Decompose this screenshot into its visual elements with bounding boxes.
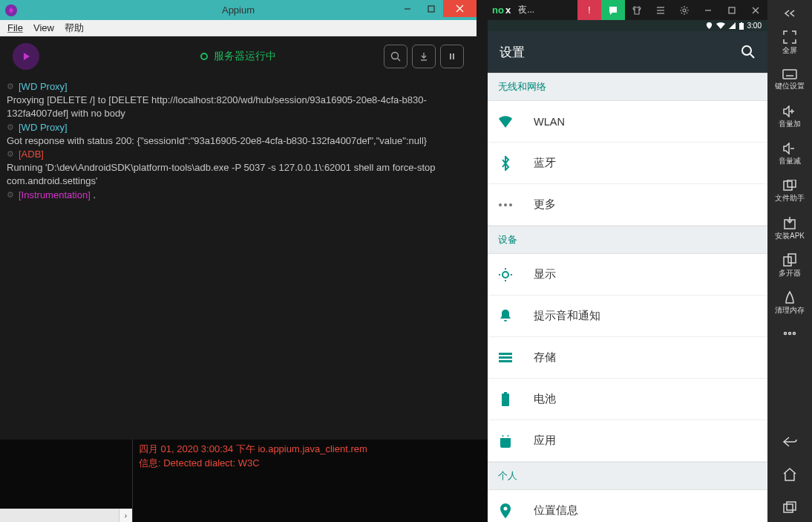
svg-rect-32: [499, 353, 512, 355]
log-text: Proxying [DELETE /] to [DELETE http://lo…: [7, 94, 470, 120]
horizontal-scrollbar[interactable]: ›: [0, 509, 132, 522]
log-tag: [Instrumentation]: [19, 189, 91, 202]
appium-titlebar[interactable]: Appium: [0, 0, 477, 20]
nox-minimize-button[interactable]: [696, 0, 720, 20]
toolbar-controls: [384, 45, 464, 68]
statusbar-time: 3:00: [747, 22, 762, 30]
download-log-button[interactable]: [412, 45, 436, 68]
svg-rect-36: [504, 392, 507, 394]
menu-help[interactable]: 帮助: [65, 22, 84, 35]
search-icon[interactable]: [741, 45, 756, 59]
svg-point-39: [504, 506, 508, 510]
section-device: 设备: [488, 226, 767, 254]
close-button[interactable]: [443, 0, 477, 17]
menu-view[interactable]: View: [33, 22, 54, 33]
appium-logo-icon: [3, 2, 19, 19]
side-fullscreen[interactable]: 全屏: [771, 25, 808, 61]
console-output[interactable]: 四月 01, 2020 3:00:34 下午 io.appium.java_cl…: [133, 440, 488, 522]
pause-log-button[interactable]: [440, 45, 464, 68]
nox-close-button[interactable]: [744, 0, 767, 20]
item-label: 应用: [534, 434, 556, 448]
shirt-icon[interactable]: [625, 0, 649, 20]
svg-rect-58: [784, 504, 793, 512]
svg-rect-17: [729, 7, 735, 13]
search-log-button[interactable]: [384, 45, 407, 68]
server-status: 服务器运行中: [200, 50, 276, 63]
item-more[interactable]: 更多: [488, 184, 767, 226]
minimize-button[interactable]: [396, 0, 419, 17]
side-collapse[interactable]: [771, 3, 808, 24]
status-dot-icon: [200, 53, 208, 60]
appium-toolbar: 服务器运行中: [7, 43, 470, 70]
android-recent[interactable]: [771, 492, 808, 522]
item-wlan[interactable]: WLAN: [488, 101, 767, 143]
section-wireless: 无线和网络: [488, 73, 767, 101]
item-label: 更多: [534, 198, 556, 212]
side-volume-up[interactable]: 音量加: [771, 99, 808, 135]
alert-icon[interactable]: !: [577, 0, 601, 20]
item-location[interactable]: 位置信息: [488, 490, 767, 522]
side-cleanmem[interactable]: 清理内存: [771, 285, 808, 321]
android-back[interactable]: [771, 427, 808, 457]
android-appbar: 设置: [488, 31, 767, 73]
item-apps[interactable]: 应用: [488, 420, 767, 462]
nox-titlebar[interactable]: nox 夜... !: [488, 0, 767, 20]
log-tag: [WD Proxy]: [19, 80, 68, 94]
item-storage[interactable]: 存储: [488, 337, 767, 379]
item-display[interactable]: 显示: [488, 254, 767, 296]
svg-point-37: [502, 435, 504, 437]
menu-icon[interactable]: [649, 0, 672, 20]
display-icon: [498, 267, 513, 282]
svg-marker-5: [24, 53, 30, 60]
svg-rect-20: [739, 23, 744, 30]
svg-point-57: [793, 333, 796, 335]
nox-sidebar: 全屏 键位设置 音量加 音量减 文件助手 安装APK 多开器 清理内存: [767, 0, 812, 522]
appium-log[interactable]: ⚙[WD Proxy] Proxying [DELETE /] to [DELE…: [7, 80, 470, 433]
side-volume-down[interactable]: 音量减: [771, 137, 808, 172]
svg-rect-33: [499, 356, 512, 359]
log-tag: [WD Proxy]: [19, 121, 68, 134]
svg-rect-59: [787, 502, 796, 510]
scroll-right-button[interactable]: ›: [119, 509, 132, 522]
settings-icon[interactable]: [672, 0, 696, 20]
item-label: 电池: [534, 392, 556, 406]
appium-window: Appium File View 帮助 服务器运行中 ⚙[: [0, 0, 477, 440]
location-icon: [498, 503, 513, 518]
svg-rect-34: [499, 360, 512, 362]
side-filehelper[interactable]: 文件助手: [771, 174, 808, 209]
svg-point-25: [504, 203, 507, 206]
section-personal: 个人: [488, 462, 767, 490]
nox-maximize-button[interactable]: [720, 0, 744, 20]
item-label: 存储: [534, 350, 556, 365]
settings-list[interactable]: 无线和网络 WLAN 蓝牙 更多 设备 显示 提示音和通知: [488, 73, 767, 522]
bell-icon: [498, 309, 513, 324]
apps-icon: [498, 434, 513, 448]
storage-icon: [498, 350, 513, 365]
svg-point-38: [508, 435, 509, 437]
gear-icon: ⚙: [7, 81, 14, 94]
item-label: 蓝牙: [534, 156, 556, 170]
message-icon[interactable]: [601, 0, 625, 20]
appium-play-button[interactable]: [13, 43, 39, 70]
menu-file[interactable]: File: [7, 22, 23, 33]
svg-point-55: [785, 333, 787, 335]
status-text: 服务器运行中: [214, 50, 276, 63]
ide-console: › 四月 01, 2020 3:00:34 下午 io.appium.java_…: [0, 440, 488, 522]
svg-point-26: [509, 203, 512, 206]
android-statusbar: 3:00: [488, 20, 767, 31]
nox-emulator: nox 夜... ! 3:00 设置 无线和网: [488, 0, 812, 522]
item-notifications[interactable]: 提示音和通知: [488, 296, 767, 337]
side-more[interactable]: [771, 322, 808, 345]
maximize-button[interactable]: [419, 0, 443, 17]
android-home[interactable]: [771, 460, 808, 489]
more-icon: [498, 198, 513, 212]
svg-point-6: [392, 53, 399, 59]
svg-line-7: [398, 59, 401, 62]
side-keymap[interactable]: 键位设置: [771, 62, 808, 98]
appium-window-title: Appium: [222, 4, 255, 16]
console-line: 四月 01, 2020 3:00:34 下午 io.appium.java_cl…: [139, 443, 482, 457]
side-install-apk[interactable]: 安装APK: [771, 211, 808, 247]
side-multi[interactable]: 多开器: [771, 248, 808, 284]
item-bluetooth[interactable]: 蓝牙: [488, 143, 767, 184]
item-battery[interactable]: 电池: [488, 379, 767, 420]
